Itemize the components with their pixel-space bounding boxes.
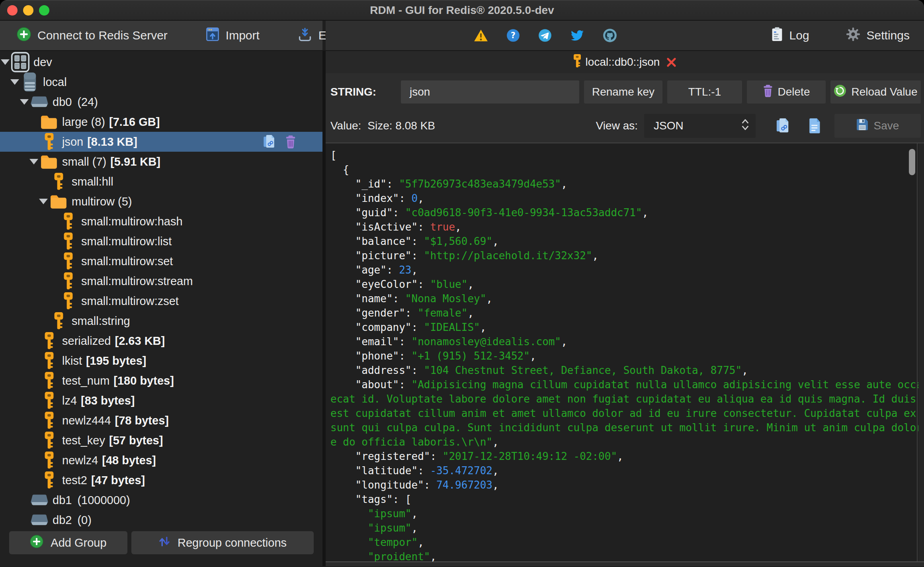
view-as-label: View as:	[596, 119, 638, 132]
expand-arrow-icon[interactable]	[19, 99, 29, 105]
tree-item-small-multirow-set[interactable]: small:multirow:set	[0, 251, 322, 271]
help-icon[interactable]: ?	[506, 29, 520, 42]
scrollbar-gutter-line	[917, 143, 918, 561]
tab-title: local::db0::json	[586, 56, 660, 68]
up-down-arrows-icon	[158, 536, 170, 550]
expand-arrow-icon[interactable]	[0, 59, 10, 65]
ttl-button[interactable]: TTL:-1	[667, 80, 742, 104]
add-group-button[interactable]: Add Group	[9, 531, 127, 554]
delete-key-button[interactable]: Delete	[747, 80, 826, 104]
database-icon	[20, 72, 40, 92]
chevron-up-down-icon	[740, 118, 750, 134]
tree-item-small-7-[interactable]: small (7)[5.91 KB]	[0, 152, 322, 172]
rename-key-button[interactable]: Rename key	[584, 80, 662, 104]
key-icon	[39, 431, 59, 450]
tree-item-test2[interactable]: test2[47 bytes]	[0, 470, 322, 490]
value-size-label: Size: 8.08 KB	[367, 119, 435, 132]
open-in-editor-icon[interactable]	[809, 118, 821, 134]
import-icon	[206, 27, 219, 44]
scrollbar-track[interactable]	[918, 143, 924, 561]
db-icon	[29, 96, 49, 108]
reload-value-button[interactable]: Reload Value	[830, 80, 921, 104]
json-value-text[interactable]: [ { "_id": "5f7b26973c483ea3479d4e53", "…	[326, 143, 924, 564]
log-button[interactable]: Log	[771, 27, 809, 44]
gear-icon	[846, 27, 860, 44]
tree-item-db0[interactable]: db0(24)	[0, 92, 322, 112]
connect-to-redis-server-button[interactable]: Connect to Redis Server	[17, 27, 168, 44]
key-panel: local::db0::json STRING: json Rename key…	[326, 51, 924, 566]
tab-local-db0-json[interactable]: local::db0::json	[573, 54, 677, 71]
tree-item-newlz444[interactable]: newlz444[78 bytes]	[0, 411, 322, 430]
tree-item-test-key[interactable]: test_key[57 bytes]	[0, 430, 322, 450]
github-icon[interactable]	[603, 28, 617, 43]
clipboard-icon	[771, 27, 783, 44]
folder-icon	[39, 115, 59, 129]
key-icon	[58, 232, 78, 250]
tree-item-json[interactable]: json[8.13 KB]	[0, 132, 322, 152]
tree-item-test-num[interactable]: test_num[180 bytes]	[0, 371, 322, 391]
copy-key-icon[interactable]	[263, 135, 275, 149]
tree-item-lz4[interactable]: lz4[83 bytes]	[0, 391, 322, 411]
window-title: RDM - GUI for Redis® 2020.5.0-dev	[0, 4, 924, 17]
save-button[interactable]: Save	[834, 114, 921, 138]
tree-item-multirow-5-[interactable]: multirow (5)	[0, 192, 322, 211]
key-icon	[58, 212, 78, 231]
svg-text:?: ?	[511, 31, 516, 40]
warning-icon[interactable]	[474, 29, 488, 42]
key-icon	[49, 312, 68, 330]
trash-icon	[763, 84, 773, 100]
connections-tree: devlocaldb0(24)large (8)[7.16 GB]json[8.…	[0, 51, 322, 526]
app-window: RDM - GUI for Redis® 2020.5.0-dev Connec…	[0, 0, 924, 567]
key-icon	[573, 54, 582, 71]
tree-item-serialized[interactable]: serialized[2.63 KB]	[0, 331, 322, 351]
copy-value-icon[interactable]	[776, 118, 789, 134]
sidebar-divider[interactable]	[322, 51, 326, 566]
plus-circle-icon	[30, 535, 43, 551]
expand-arrow-icon[interactable]	[10, 79, 20, 85]
view-as-dropdown[interactable]: JSON	[644, 114, 756, 138]
tree-item-small-multirow-stream[interactable]: small:multirow:stream	[0, 271, 322, 291]
toolbar: Connect to Redis Server Import Export ? …	[0, 21, 924, 51]
horizontal-scrollbar-track[interactable]	[326, 561, 924, 566]
tree-item-db1[interactable]: db1(1000000)	[0, 490, 322, 510]
reload-icon	[834, 84, 846, 100]
folder-icon	[39, 154, 59, 169]
key-name-input[interactable]: json	[401, 80, 579, 104]
tree-item-small-hll[interactable]: small:hll	[0, 172, 322, 192]
tree-item-small-string[interactable]: small:string	[0, 311, 322, 331]
tree-item-lkist[interactable]: lkist[195 bytes]	[0, 351, 322, 371]
toolbar-right: ? Log Settings	[326, 21, 924, 50]
plus-circle-icon	[17, 27, 31, 44]
key-icon	[49, 172, 68, 191]
tree-item-dev[interactable]: dev	[0, 52, 322, 72]
tree-item-small-multirow-hash[interactable]: small:multirow:hash	[0, 211, 322, 231]
tree-item-small-multirow-list[interactable]: small:multirow:list	[0, 231, 322, 251]
key-icon	[39, 471, 59, 489]
key-icon	[39, 371, 59, 390]
export-icon	[298, 27, 312, 45]
key-icon	[58, 292, 78, 310]
tree-item-large-8-[interactable]: large (8)[7.16 GB]	[0, 112, 322, 132]
sidebar-footer: Add Group Regroup connections	[0, 526, 322, 566]
regroup-connections-button[interactable]: Regroup connections	[131, 531, 314, 554]
telegram-icon[interactable]	[538, 29, 552, 42]
expand-arrow-icon[interactable]	[29, 159, 39, 164]
tree-item-local[interactable]: local	[0, 72, 322, 92]
key-icon	[58, 252, 78, 270]
close-tab-icon[interactable]	[666, 57, 677, 68]
delete-key-icon[interactable]	[285, 135, 296, 149]
import-button[interactable]: Import	[206, 27, 260, 44]
twitter-icon[interactable]	[570, 29, 584, 42]
key-header-row: STRING: json Rename key TTL:-1 Delete Re…	[326, 80, 924, 104]
expand-arrow-icon[interactable]	[38, 199, 49, 204]
tree-item-newlz4[interactable]: newlz4[48 bytes]	[0, 450, 322, 470]
server-icon	[10, 52, 30, 72]
key-icon	[58, 272, 78, 290]
tree-item-small-multirow-zset[interactable]: small:multirow:zset	[0, 291, 322, 311]
connections-sidebar: devlocaldb0(24)large (8)[7.16 GB]json[8.…	[0, 51, 322, 566]
vertical-scrollbar-thumb[interactable]	[909, 149, 915, 175]
titlebar: RDM - GUI for Redis® 2020.5.0-dev	[0, 0, 924, 21]
settings-button[interactable]: Settings	[846, 27, 910, 44]
tree-item-db2[interactable]: db2(0)	[0, 510, 322, 526]
value-editor[interactable]: [ { "_id": "5f7b26973c483ea3479d4e53", "…	[326, 143, 924, 566]
